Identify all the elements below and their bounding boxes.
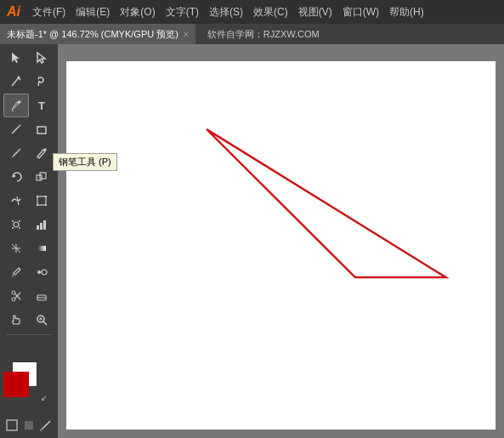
svg-rect-8	[37, 175, 42, 180]
tool-separator	[6, 334, 52, 335]
svg-point-19	[12, 227, 14, 229]
hand-tool[interactable]	[3, 308, 29, 332]
tool-row-rotate	[0, 165, 58, 189]
scissors-tool[interactable]	[3, 284, 29, 308]
title-bar: Ai 文件(F) 编辑(E) 对象(O) 文字(T) 选择(S) 效果(C) 视…	[0, 0, 504, 24]
svg-marker-7	[13, 174, 16, 178]
svg-line-5	[12, 125, 20, 134]
bottom-icons	[3, 418, 54, 433]
menu-file[interactable]: 文件(F)	[27, 0, 71, 24]
svg-point-29	[42, 270, 47, 275]
canvas-svg	[66, 61, 496, 429]
svg-rect-6	[37, 127, 46, 134]
free-transform-tool[interactable]	[29, 189, 54, 213]
svg-point-17	[12, 220, 14, 222]
canvas-area[interactable]	[58, 44, 504, 438]
tool-row-1	[0, 46, 58, 70]
svg-rect-11	[37, 196, 46, 205]
svg-line-38	[43, 321, 47, 325]
svg-rect-14	[37, 204, 38, 206]
canvas-white	[66, 61, 496, 429]
svg-point-18	[19, 220, 20, 222]
svg-rect-15	[45, 204, 47, 206]
svg-rect-21	[37, 225, 39, 230]
select-tool[interactable]	[3, 46, 29, 70]
menu-effect[interactable]: 效果(C)	[248, 0, 293, 24]
eraser-tool[interactable]	[29, 284, 54, 308]
direct-select-tool[interactable]	[29, 46, 54, 70]
svg-line-43	[42, 421, 50, 429]
toolbar: T	[0, 44, 58, 438]
tab-close-button[interactable]: ×	[184, 30, 189, 39]
tool-row-mesh	[0, 236, 58, 260]
svg-point-2	[18, 77, 20, 79]
triangle-shape	[207, 129, 446, 277]
svg-line-3	[38, 81, 39, 86]
tab-bar: 未标题-1* @ 146.72% (CMYK/GPU 预览) × 软件自学网：R…	[0, 24, 504, 44]
menu-window[interactable]: 窗口(W)	[337, 0, 384, 24]
svg-marker-1	[37, 53, 45, 63]
reset-colors-icon[interactable]: ↙	[41, 394, 53, 406]
menu-select[interactable]: 选择(S)	[204, 0, 248, 24]
warp-tool[interactable]	[3, 189, 29, 213]
svg-rect-42	[25, 421, 33, 429]
tool-row-eyedrop	[0, 260, 58, 284]
paintbrush-tool[interactable]	[3, 141, 29, 165]
svg-rect-13	[45, 196, 47, 197]
menu-text[interactable]: 文字(T)	[161, 0, 204, 24]
scale-tool[interactable]	[29, 165, 54, 189]
svg-line-34	[14, 293, 20, 299]
svg-line-33	[14, 293, 20, 299]
mesh-tool[interactable]	[3, 236, 29, 260]
menu-edit[interactable]: 编辑(E)	[71, 0, 115, 24]
color-area: ↙	[3, 361, 54, 404]
tab-title: 未标题-1* @ 146.72% (CMYK/GPU 预览)	[7, 28, 178, 41]
tool-row-paint	[0, 141, 58, 165]
column-graph-tool[interactable]	[29, 213, 54, 236]
zoom-tool[interactable]	[29, 308, 54, 332]
gradient-tool[interactable]	[29, 236, 54, 260]
svg-line-4	[12, 110, 14, 111]
svg-rect-22	[40, 223, 42, 230]
tool-row-warp	[0, 189, 58, 213]
tool-row-pen: T	[0, 94, 58, 117]
svg-rect-12	[37, 196, 38, 197]
pen-tool[interactable]	[3, 94, 29, 117]
main-area: T	[0, 44, 504, 438]
tool-row-lasso	[0, 70, 58, 94]
tool-row-hand	[0, 308, 58, 332]
svg-point-28	[37, 270, 41, 274]
menu-object[interactable]: 对象(O)	[115, 0, 160, 24]
svg-rect-27	[37, 246, 46, 251]
active-tab[interactable]: 未标题-1* @ 146.72% (CMYK/GPU 预览) ×	[0, 24, 195, 44]
menu-help[interactable]: 帮助(H)	[384, 0, 429, 24]
watermark-text: 软件自学网：RJZXW.COM	[199, 28, 328, 41]
stroke-mode-icon[interactable]	[21, 418, 37, 433]
fill-mode-icon[interactable]	[4, 418, 20, 433]
ai-logo: Ai	[7, 4, 20, 20]
menu-view[interactable]: 视图(V)	[293, 0, 337, 24]
blend-tool[interactable]	[29, 260, 54, 284]
tool-row-symbol	[0, 213, 58, 236]
rotate-tool[interactable]	[3, 165, 29, 189]
lasso-tool[interactable]	[29, 70, 54, 94]
pencil-tool[interactable]	[29, 141, 54, 165]
magic-wand-tool[interactable]	[3, 70, 29, 94]
svg-marker-0	[12, 53, 20, 63]
fill-color-swatch[interactable]	[3, 372, 29, 397]
eyedropper-tool[interactable]	[3, 260, 29, 284]
svg-point-16	[14, 222, 19, 227]
symbol-sprayer-tool[interactable]	[3, 213, 29, 236]
menu-bar: 文件(F) 编辑(E) 对象(O) 文字(T) 选择(S) 效果(C) 视图(V…	[27, 0, 497, 24]
tool-row-line	[0, 117, 58, 141]
line-segment-tool[interactable]	[3, 117, 29, 141]
tool-row-scissors	[0, 284, 58, 308]
svg-rect-23	[43, 220, 46, 230]
svg-rect-41	[7, 420, 17, 430]
type-tool[interactable]: T	[29, 94, 54, 117]
gradient-mode-icon[interactable]	[38, 418, 54, 433]
rectangle-tool[interactable]	[29, 117, 54, 141]
svg-point-20	[19, 227, 20, 229]
svg-line-44	[40, 429, 42, 431]
